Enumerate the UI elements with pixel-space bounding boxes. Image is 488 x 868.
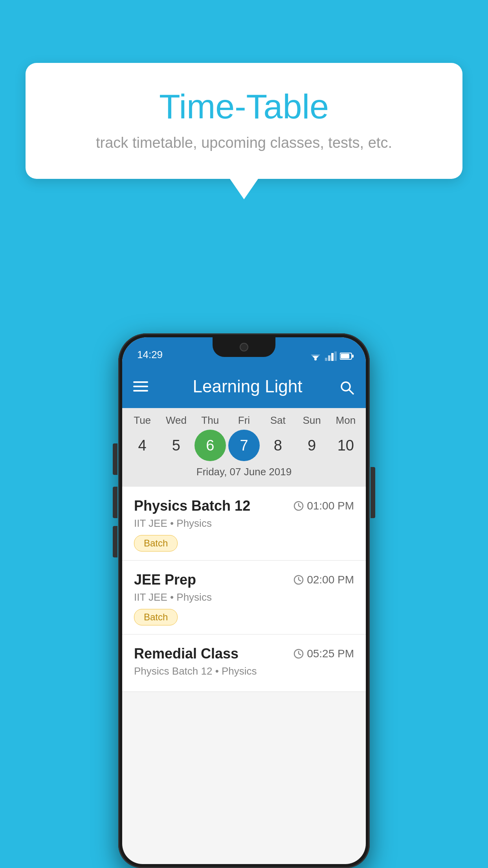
day-header-tue: Tue	[127, 414, 158, 427]
svg-rect-3	[325, 358, 327, 361]
class-meta-2: IIT JEE • Physics	[134, 591, 354, 603]
class-time-3: 05:25 PM	[294, 647, 354, 660]
day-6-today[interactable]: 6	[194, 430, 226, 461]
day-header-mon: Mon	[330, 414, 361, 427]
svg-rect-9	[352, 355, 354, 358]
svg-rect-5	[331, 353, 334, 361]
phone-mockup: 14:29	[118, 333, 370, 868]
search-button[interactable]	[339, 377, 355, 395]
status-icons	[309, 351, 354, 361]
status-time: 14:29	[137, 349, 163, 361]
class-name-3: Remedial Class	[134, 645, 238, 662]
day-headers: Tue Wed Thu Fri Sat Sun Mon	[122, 414, 366, 427]
day-header-sat: Sat	[262, 414, 294, 427]
calendar-strip: Tue Wed Thu Fri Sat Sun Mon 4 5 6 7 8 9 …	[122, 408, 366, 487]
hamburger-menu-icon[interactable]	[133, 381, 148, 392]
svg-line-11	[349, 390, 354, 394]
class-meta-1: IIT JEE • Physics	[134, 517, 354, 530]
day-5[interactable]: 5	[160, 430, 192, 461]
day-8[interactable]: 8	[262, 430, 294, 461]
class-row-3: Remedial Class 05:25 PM	[134, 645, 354, 662]
signal-icon	[325, 351, 337, 361]
day-header-sun: Sun	[296, 414, 328, 427]
class-list: Physics Batch 12 01:00 PM IIT JEE • Phys…	[122, 487, 366, 692]
class-time-1: 01:00 PM	[294, 500, 354, 512]
selected-date-label: Friday, 07 June 2019	[122, 461, 366, 484]
clock-icon-2	[294, 575, 304, 585]
app-title: Learning Light	[165, 377, 330, 396]
clock-icon-1	[294, 501, 304, 511]
hamburger-line-3	[133, 390, 148, 392]
hamburger-line-1	[133, 381, 148, 383]
batch-badge-1: Batch	[134, 535, 178, 552]
day-10[interactable]: 10	[330, 430, 361, 461]
class-time-2: 02:00 PM	[294, 574, 354, 586]
svg-rect-8	[341, 354, 349, 359]
tooltip-card: Time-Table track timetable, upcoming cla…	[26, 63, 462, 179]
svg-line-17	[299, 580, 301, 581]
hamburger-line-2	[133, 386, 148, 387]
class-row-2: JEE Prep 02:00 PM	[134, 572, 354, 588]
camera-dot	[240, 343, 248, 351]
batch-badge-2: Batch	[134, 609, 178, 625]
class-meta-3: Physics Batch 12 • Physics	[134, 665, 354, 677]
class-item-1[interactable]: Physics Batch 12 01:00 PM IIT JEE • Phys…	[122, 487, 366, 561]
day-header-thu: Thu	[194, 414, 226, 427]
class-item-2[interactable]: JEE Prep 02:00 PM IIT JEE • Physics Batc…	[122, 561, 366, 634]
day-9[interactable]: 9	[296, 430, 328, 461]
class-name-1: Physics Batch 12	[134, 498, 250, 514]
clock-icon-3	[294, 649, 304, 659]
svg-rect-4	[328, 355, 330, 361]
svg-point-10	[341, 382, 350, 391]
class-item-3[interactable]: Remedial Class 05:25 PM Physics Batch 12…	[122, 634, 366, 692]
day-header-wed: Wed	[160, 414, 192, 427]
svg-line-20	[299, 654, 301, 655]
day-7-selected[interactable]: 7	[228, 430, 260, 461]
tooltip-subtitle: track timetable, upcoming classes, tests…	[57, 134, 431, 151]
phone-outer: 14:29	[118, 333, 370, 868]
wifi-icon	[309, 351, 322, 361]
class-row-1: Physics Batch 12 01:00 PM	[134, 498, 354, 514]
class-name-2: JEE Prep	[134, 572, 196, 588]
phone-notch	[213, 337, 275, 357]
svg-line-14	[299, 506, 301, 507]
svg-point-2	[314, 358, 317, 360]
app-bar: Learning Light	[122, 365, 366, 408]
day-header-fri: Fri	[228, 414, 260, 427]
phone-screen: 14:29	[122, 337, 366, 864]
tooltip-title: Time-Table	[57, 86, 431, 127]
day-numbers: 4 5 6 7 8 9 10	[122, 430, 366, 461]
day-4[interactable]: 4	[127, 430, 158, 461]
battery-icon	[340, 352, 354, 360]
svg-rect-6	[334, 351, 337, 361]
